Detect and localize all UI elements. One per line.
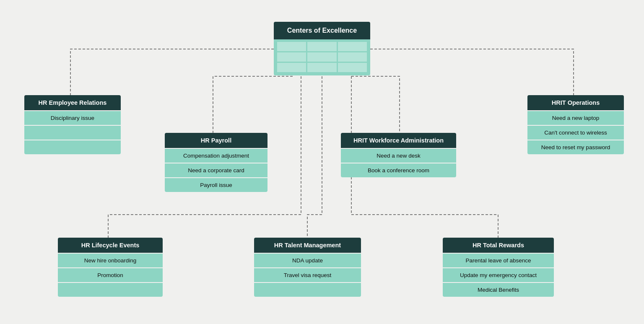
hrit-operations-item-2: Can't connect to wireless [527, 125, 624, 140]
coe-node: Centers of Excellence [274, 22, 370, 75]
hrit-workforce-node: HRIT Workforce Administration Need a new… [341, 133, 456, 177]
hrit-operations-item-1: Need a new laptop [527, 110, 624, 125]
hr-employee-relations-item-2 [24, 125, 121, 140]
hr-total-rewards-item-1: Parental leave of absence [443, 253, 554, 267]
hr-talent-item-2: Travel visa request [254, 267, 361, 282]
hr-talent-header: HR Talent Management [254, 238, 361, 253]
hr-employee-relations-item-3 [24, 140, 121, 154]
hrit-workforce-header: HRIT Workforce Administration [341, 133, 456, 148]
hr-talent-item-3 [254, 282, 361, 297]
hrit-operations-node: HRIT Operations Need a new laptop Can't … [527, 95, 624, 154]
hr-lifecycle-node: HR Lifecycle Events New hire onboarding … [58, 238, 163, 297]
hr-total-rewards-node: HR Total Rewards Parental leave of absen… [443, 238, 554, 297]
hr-employee-relations-item-1: Disciplinary issue [24, 110, 121, 125]
hr-payroll-item-3: Payroll issue [165, 177, 267, 192]
diagram: Centers of Excellence HR Employee Relati… [16, 9, 628, 315]
hr-payroll-item-2: Need a corporate card [165, 163, 267, 177]
hr-lifecycle-header: HR Lifecycle Events [58, 238, 163, 253]
hr-talent-item-1: NDA update [254, 253, 361, 267]
hrit-workforce-item-1: Need a new desk [341, 148, 456, 163]
coe-title: Centers of Excellence [274, 22, 370, 39]
hrit-workforce-item-2: Book a conference room [341, 163, 456, 177]
hr-payroll-item-1: Compensation adjustment [165, 148, 267, 163]
hr-employee-relations-node: HR Employee Relations Disciplinary issue [24, 95, 121, 154]
hr-total-rewards-item-3: Medical Benefits [443, 282, 554, 297]
hr-total-rewards-item-2: Update my emergency contact [443, 267, 554, 282]
hr-talent-node: HR Talent Management NDA update Travel v… [254, 238, 361, 297]
hr-lifecycle-item-1: New hire onboarding [58, 253, 163, 267]
hr-lifecycle-item-2: Promotion [58, 267, 163, 282]
hr-lifecycle-item-3 [58, 282, 163, 297]
coe-visual [274, 39, 370, 75]
hrit-operations-header: HRIT Operations [527, 95, 624, 110]
hr-employee-relations-header: HR Employee Relations [24, 95, 121, 110]
hr-payroll-node: HR Payroll Compensation adjustment Need … [165, 133, 267, 192]
hrit-operations-item-3: Need to reset my password [527, 140, 624, 154]
hr-total-rewards-header: HR Total Rewards [443, 238, 554, 253]
hr-payroll-header: HR Payroll [165, 133, 267, 148]
